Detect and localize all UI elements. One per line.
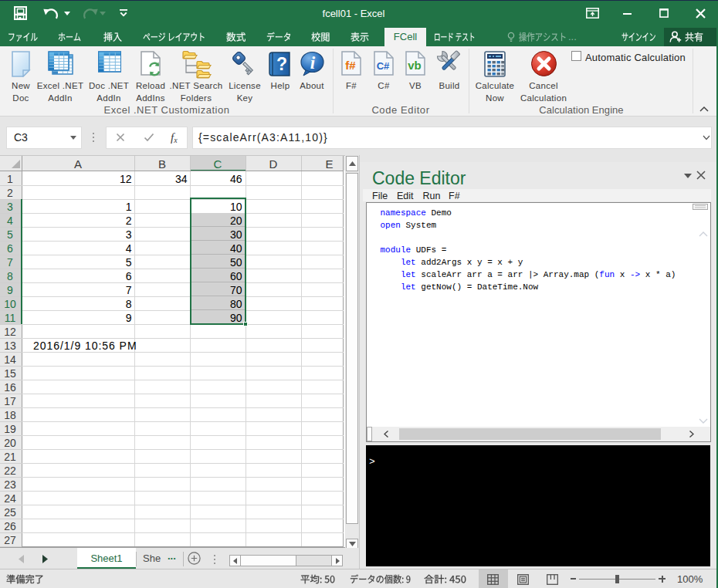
svg-text:?: ? xyxy=(276,54,287,74)
svg-text:vb: vb xyxy=(408,59,422,72)
svg-text:C#: C# xyxy=(377,60,390,72)
svg-text:i: i xyxy=(310,53,316,73)
svg-text:f#: f# xyxy=(345,59,356,72)
